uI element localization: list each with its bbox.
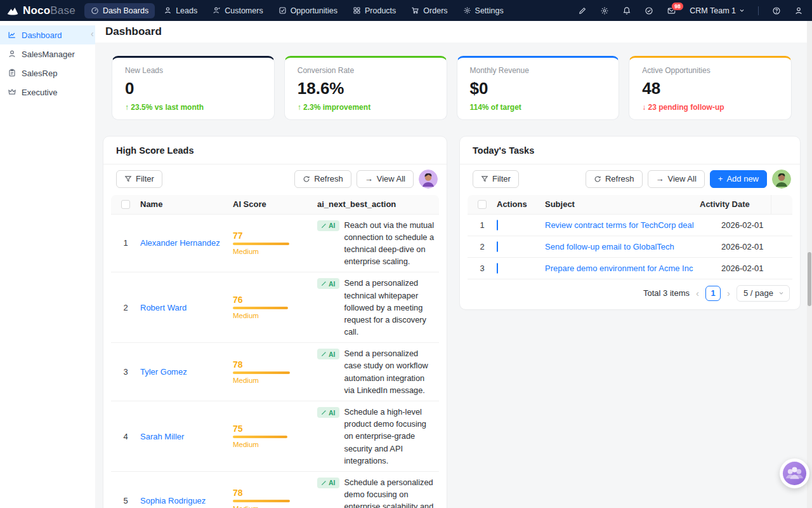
nav-label: Customers [225,6,263,15]
nav-item-products[interactable]: Products [346,3,402,18]
nav-item-opportunities[interactable]: Opportunities [272,3,344,18]
ai-score-cell: 75 Medium [233,420,317,452]
task-subject-link[interactable]: Prepare demo environment for Acme Inc [545,264,693,273]
ai-score-value: 75 [233,424,306,433]
high-score-leads-panel: High Score Leads Filter Refresh [103,136,447,508]
select-all-checkbox[interactable] [478,200,487,209]
ai-score-value: 78 [233,488,306,497]
refresh-button[interactable]: Refresh [586,170,643,188]
nocobase-logo-icon [6,6,19,16]
add-new-button-label: Add new [726,174,759,184]
lead-name-link[interactable]: Robert Ward [140,303,187,312]
sidebar-item-executive[interactable]: Executive [0,83,95,102]
cart-icon [411,6,419,15]
kpi-value: 48 [642,79,778,98]
team-selector[interactable]: CRM Team 1 [690,6,745,15]
ai-badge-label: AI [329,479,336,486]
user-icon[interactable] [794,6,803,15]
ai-score-level: Medium [233,377,306,384]
tasks-panel-avatar[interactable] [772,170,791,189]
task-subject-link[interactable]: Review contract terms for TechCorp deal [545,220,694,230]
sidebar-item-label: Dashboard [22,30,62,40]
column-header-activity-date: Activity Date [700,199,771,209]
tasks-panel-actions: Filter Refresh → View All [460,164,800,192]
select-all-checkbox[interactable] [121,200,130,209]
filter-button[interactable]: Filter [473,170,519,188]
team-selector-label: CRM Team 1 [690,6,736,15]
filter-funnel-icon [124,175,132,183]
lead-name-link[interactable]: Alexander Hernandez [140,238,220,248]
task-complete-checkbox[interactable] [497,241,498,252]
page-size-select[interactable]: 5 / page [737,285,790,302]
nav-item-dashboards[interactable]: Dash Boards [84,3,155,18]
sidebar-item-salesrep[interactable]: SalesRep [0,64,95,83]
settings-gear-icon[interactable] [600,6,609,15]
help-icon[interactable] [772,6,781,15]
task-complete-checkbox[interactable] [497,220,498,231]
next-best-action-text: Schedule a high-level product demo focus… [344,406,436,467]
nocobase-logo[interactable]: NocoBase [6,4,75,17]
add-new-button[interactable]: + Add new [710,170,767,188]
next-best-action-cell: AI Schedule a high-level product demo fo… [317,401,439,471]
ai-score-level: Medium [233,505,306,508]
mail-badge: 98 [671,2,683,11]
nav-item-settings[interactable]: Settings [457,3,510,18]
task-activity-date: 2026-02-01 [721,242,792,251]
bell-icon[interactable] [622,6,631,15]
filter-button[interactable]: Filter [116,170,162,188]
magic-wand-icon [321,480,327,486]
main-nav: Dash Boards Leads Customers Opportunitie… [84,0,510,21]
plus-icon: + [718,174,723,184]
view-all-button[interactable]: → View All [357,170,414,188]
app-window: NocoBase Dash Boards Leads Customers Opp… [0,0,812,508]
task-subject-link[interactable]: Send follow-up email to GlobalTech [545,242,674,251]
pagination-page-1[interactable]: 1 [705,286,721,301]
sidebar-item-salesmanager[interactable]: SalesManager [0,44,95,64]
refresh-button-label: Refresh [314,174,343,184]
highlighter-icon[interactable] [578,6,587,15]
task-complete-checkbox[interactable] [497,263,498,274]
pagination-next[interactable]: › [726,288,731,298]
page-scrollbar-thumb[interactable] [808,252,811,306]
line-chart-icon [8,30,16,39]
mail-icon[interactable]: 98 [667,6,676,15]
sidebar-item-dashboard[interactable]: Dashboard [0,25,95,44]
magic-wand-icon [321,351,327,357]
next-best-action-cell: AI Send a personalized technical whitepa… [317,272,439,342]
next-best-action-cell: AI Reach out via the mutual connection t… [317,215,439,272]
nav-item-orders[interactable]: Orders [405,3,454,18]
ai-score-cell: 76 Medium [233,291,317,323]
nav-label: Dash Boards [103,6,148,15]
kpi-value: 0 [125,79,261,98]
next-best-action-text: Send a personalized case study on workfl… [344,347,436,396]
nav-item-customers[interactable]: Customers [206,3,269,18]
nav-item-leads[interactable]: Leads [157,3,204,18]
ai-badge: AI [317,349,339,359]
pagination-prev[interactable]: ‹ [695,288,700,298]
leads-panel-avatar[interactable] [419,170,438,189]
lead-name-link[interactable]: Tyler Gomez [140,367,187,377]
leads-panel-header: High Score Leads [103,137,447,164]
sidebar-collapse-toggle[interactable]: ‹ [91,29,94,39]
ai-score-value: 77 [233,231,306,240]
check-circle-icon[interactable] [645,6,653,15]
sidebar-item-label: SalesRep [22,69,57,78]
kpi-card-new-leads: New Leads 0 ↑ 23.5% vs last month [112,56,275,120]
next-best-action-text: Reach out via the mutual connection to s… [344,219,436,268]
lead-name-link[interactable]: Sarah Miller [140,432,184,441]
tasks-panel-header: Today's Tasks [460,137,800,164]
view-all-button[interactable]: → View All [648,170,705,188]
tasks-table: Actions Subject Activity Date 1 Review c… [468,195,792,279]
refresh-icon [594,175,601,183]
sidebar: Dashboard SalesManager SalesRep Executiv… [0,21,95,508]
ai-score-bar [233,307,288,309]
next-best-action-cell: AI Schedule a personalized demo focusing… [317,472,439,508]
floating-team-avatar-button[interactable] [780,458,809,488]
page-size-value: 5 / page [743,288,773,298]
refresh-button[interactable]: Refresh [294,170,351,188]
ai-badge: AI [317,407,339,418]
ai-badge-label: AI [329,351,336,358]
ai-score-bar [233,371,290,374]
lead-name-link[interactable]: Sophia Rodriguez [140,496,206,505]
kpi-label: Active Opportunities [642,66,778,75]
